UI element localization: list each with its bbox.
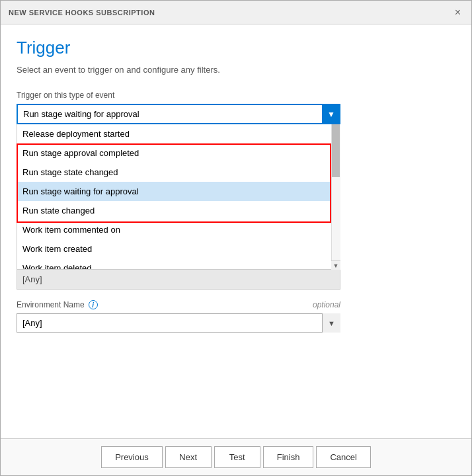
list-item[interactable]: Run stage approval completed <box>17 143 340 163</box>
next-button[interactable]: Next <box>165 446 212 468</box>
env-label-left: Environment Name i <box>17 300 98 309</box>
scrollbar-track[interactable]: ▼ <box>331 124 340 270</box>
environment-section: Environment Name i optional [Any] ▼ <box>17 300 455 333</box>
event-trigger-label: Trigger on this type of event <box>17 91 455 100</box>
env-label-row: Environment Name i optional <box>17 300 340 309</box>
selected-value-text: Run stage waiting for approval <box>23 109 139 119</box>
dialog: NEW SERVICE HOOKS SUBSCRIPTION × Trigger… <box>0 0 472 476</box>
event-trigger-selected[interactable]: Run stage waiting for approval <box>17 104 340 124</box>
env-dropdown[interactable]: [Any] ▼ <box>17 313 340 333</box>
form-section: Trigger on this type of event Run stage … <box>17 91 455 290</box>
info-icon[interactable]: i <box>89 300 98 309</box>
page-subtitle: Select an event to trigger on and config… <box>17 65 455 75</box>
title-bar: NEW SERVICE HOOKS SUBSCRIPTION × <box>1 1 471 24</box>
list-item[interactable]: Run state changed <box>17 201 340 220</box>
test-button[interactable]: Test <box>214 446 260 468</box>
page-title: Trigger <box>17 38 455 58</box>
env-selected-value: [Any] <box>22 318 42 328</box>
finish-button[interactable]: Finish <box>263 446 314 468</box>
scrollbar-down-arrow[interactable]: ▼ <box>331 260 340 270</box>
list-item[interactable]: Work item deleted <box>17 258 340 270</box>
list-item[interactable]: Release deployment started <box>17 124 340 143</box>
cancel-button[interactable]: Cancel <box>316 446 370 468</box>
event-trigger-dropdown[interactable]: Run stage waiting for approval ▼ <box>17 104 340 124</box>
any-label: [Any] <box>22 274 42 284</box>
list-item[interactable]: Work item commented on <box>17 220 340 239</box>
env-dropdown-value[interactable]: [Any] <box>17 313 340 333</box>
dialog-content: Trigger Select an event to trigger on an… <box>1 24 471 438</box>
previous-button[interactable]: Previous <box>101 446 163 468</box>
list-item[interactable]: Run stage state changed <box>17 163 340 182</box>
any-filter-row[interactable]: [Any] <box>17 270 340 290</box>
close-button[interactable]: × <box>452 7 463 18</box>
dropdown-list: Release deployment started Run stage app… <box>17 124 340 270</box>
list-item-selected[interactable]: Run stage waiting for approval <box>17 182 340 201</box>
dialog-title: NEW SERVICE HOOKS SUBSCRIPTION <box>9 9 155 17</box>
list-item[interactable]: Work item created <box>17 239 340 258</box>
dialog-footer: Previous Next Test Finish Cancel <box>1 438 471 475</box>
dropdown-list-container: Release deployment started Run stage app… <box>17 124 340 270</box>
optional-label: optional <box>313 300 340 309</box>
env-name-label: Environment Name <box>17 300 85 309</box>
scrollbar-thumb[interactable] <box>332 124 340 177</box>
